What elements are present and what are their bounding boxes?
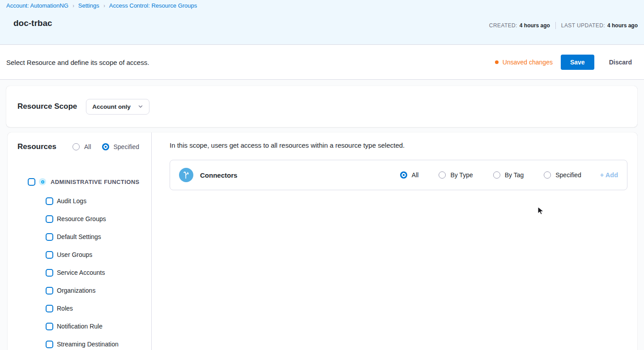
tree-item-organizations[interactable]: Organizations bbox=[8, 282, 151, 299]
resources-panel: Resources All Specified ADMINIST bbox=[8, 132, 152, 350]
checkbox[interactable] bbox=[46, 269, 53, 277]
resources-radio-all[interactable]: All bbox=[73, 143, 91, 150]
checkbox[interactable] bbox=[28, 178, 35, 186]
connectors-radio-specified[interactable]: Specified bbox=[544, 171, 581, 179]
radio-icon[interactable] bbox=[493, 171, 500, 179]
connectors-radio-all[interactable]: All bbox=[400, 171, 419, 179]
connectors-label: Connectors bbox=[200, 171, 237, 179]
main-content: Resource Scope Account only Resources Al… bbox=[0, 80, 644, 350]
checkbox[interactable] bbox=[46, 233, 53, 241]
radio-icon[interactable] bbox=[544, 171, 551, 179]
breadcrumb-separator: › bbox=[103, 3, 105, 9]
last-updated-label: LAST UPDATED: bbox=[561, 22, 605, 29]
add-connectors-button[interactable]: + Add bbox=[600, 171, 618, 179]
breadcrumb-separator: › bbox=[73, 3, 74, 9]
unsaved-changes-label: Unsaved changes bbox=[503, 59, 553, 66]
unsaved-changes-indicator: Unsaved changes bbox=[495, 59, 553, 66]
tree-item-label: Default Settings bbox=[57, 233, 101, 240]
checkbox[interactable] bbox=[46, 305, 53, 312]
connectors-radio-by-tag[interactable]: By Tag bbox=[493, 171, 524, 179]
last-updated-value: 4 hours ago bbox=[607, 22, 638, 29]
tree-item-label: Audit Logs bbox=[57, 197, 86, 205]
tree-item-service-accounts[interactable]: Service Accounts bbox=[8, 264, 151, 282]
page-title: doc-trbac bbox=[13, 18, 52, 28]
tree-item-user-groups[interactable]: User Groups bbox=[8, 246, 151, 264]
resources-radio-specified-label: Specified bbox=[114, 143, 140, 150]
tree-item-label: Streaming Destination bbox=[57, 341, 119, 348]
tree-item-resource-groups[interactable]: Resource Groups bbox=[8, 210, 151, 228]
tree-item-label: Roles bbox=[57, 305, 73, 312]
breadcrumb: Account: AutomationNG › Settings › Acces… bbox=[6, 2, 197, 9]
tree-item-label: Service Accounts bbox=[57, 269, 105, 276]
tree-item-label: Notification Rule bbox=[57, 323, 102, 330]
tree-item-audit-logs[interactable]: Audit Logs bbox=[8, 192, 151, 210]
resources-radio-specified[interactable]: Specified bbox=[102, 143, 140, 150]
resource-scope-dropdown[interactable]: Account only bbox=[86, 99, 149, 115]
tree-group-administrative-functions[interactable]: ADMINISTRATIVE FUNCTIONS bbox=[8, 175, 151, 188]
checkbox[interactable] bbox=[46, 323, 53, 330]
created-label: CREATED: bbox=[489, 22, 517, 29]
unsaved-dot-icon bbox=[495, 60, 499, 64]
created-value: 4 hours ago bbox=[520, 22, 550, 29]
checkbox[interactable] bbox=[46, 341, 53, 348]
radio-selected-icon[interactable] bbox=[400, 171, 407, 179]
connectors-radio-by-type[interactable]: By Type bbox=[439, 171, 473, 179]
resources-section: Resources All Specified ADMINIST bbox=[8, 132, 637, 350]
toolbar-actions: Unsaved changes Save Discard bbox=[495, 55, 632, 70]
breadcrumb-settings-link[interactable]: Settings bbox=[78, 2, 99, 9]
resource-scope-card: Resource Scope Account only bbox=[6, 86, 637, 127]
connectors-radio-by-type-label: By Type bbox=[450, 171, 473, 179]
breadcrumb-account-link[interactable]: Account: AutomationNG bbox=[6, 2, 68, 9]
resource-scope-selected-value: Account only bbox=[92, 103, 131, 110]
scope-intro-text: In this scope, users get access to all r… bbox=[170, 141, 405, 149]
group-indicator-icon bbox=[39, 178, 46, 185]
tree-item-default-settings[interactable]: Default Settings bbox=[8, 228, 151, 246]
tree-item-label: User Groups bbox=[57, 251, 92, 258]
radio-selected-icon[interactable] bbox=[102, 143, 109, 150]
connectors-radio-by-tag-label: By Tag bbox=[505, 171, 524, 179]
scope-detail-panel: In this scope, users get access to all r… bbox=[152, 132, 637, 350]
tree-item-streaming-destination[interactable]: Streaming Destination bbox=[8, 335, 151, 350]
connectors-scope-radios: All By Type By Tag Specified bbox=[400, 171, 581, 179]
checkbox[interactable] bbox=[46, 287, 53, 295]
connectors-radio-all-label: All bbox=[412, 171, 419, 179]
resources-tree: ADMINISTRATIVE FUNCTIONS Audit Logs Reso… bbox=[8, 175, 151, 350]
checkbox[interactable] bbox=[46, 251, 53, 259]
toolbar-description: Select Resource and define its scope of … bbox=[6, 59, 149, 66]
breadcrumb-access-control-link[interactable]: Access Control: Resource Groups bbox=[109, 2, 197, 9]
checkbox[interactable] bbox=[46, 215, 53, 223]
resource-scope-label: Resource Scope bbox=[17, 102, 77, 111]
save-button[interactable]: Save bbox=[561, 55, 594, 70]
tree-item-label: Organizations bbox=[57, 287, 95, 294]
radio-icon[interactable] bbox=[73, 143, 80, 150]
chevron-down-icon bbox=[138, 104, 143, 109]
connectors-row: Connectors All By Type By Tag bbox=[170, 160, 627, 190]
resource-group-meta: CREATED: 4 hours ago LAST UPDATED: 4 hou… bbox=[489, 22, 638, 29]
group-label: ADMINISTRATIVE FUNCTIONS bbox=[51, 179, 140, 185]
checkbox[interactable] bbox=[46, 197, 53, 205]
radio-icon[interactable] bbox=[439, 171, 446, 179]
tree-item-roles[interactable]: Roles bbox=[8, 299, 151, 317]
resources-title: Resources bbox=[17, 142, 56, 151]
page-header: Account: AutomationNG › Settings › Acces… bbox=[0, 0, 644, 45]
tree-item-label: Resource Groups bbox=[57, 215, 106, 222]
meta-divider bbox=[555, 22, 556, 29]
tree-item-notification-rule[interactable]: Notification Rule bbox=[8, 317, 151, 335]
resources-radio-all-label: All bbox=[84, 143, 91, 150]
connectors-radio-specified-label: Specified bbox=[555, 171, 581, 179]
action-toolbar: Select Resource and define its scope of … bbox=[0, 45, 644, 80]
connectors-icon bbox=[179, 168, 193, 182]
discard-button[interactable]: Discard bbox=[609, 59, 632, 66]
